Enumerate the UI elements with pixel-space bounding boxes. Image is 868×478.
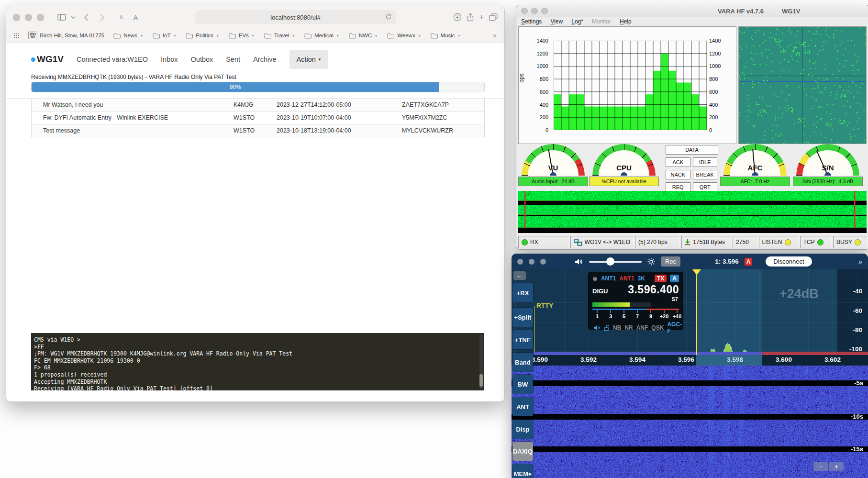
bookmark-folder-weewx[interactable]: Weewx▼ [387,33,421,39]
chevron-down-icon[interactable] [71,16,76,19]
frequency-scale[interactable]: 3.590 3.592 3.594 3.596 3.598 3.600 3.60… [512,355,868,366]
rec-button[interactable]: Rec [661,256,680,267]
sidebar-band-button[interactable]: Band [512,353,533,372]
bookmark-folder-news[interactable]: News▼ [113,33,144,39]
audio-mute-icon[interactable] [593,325,601,331]
qsk-toggle[interactable]: QSK [651,324,664,331]
bookmarks-overflow-button[interactable]: » [493,32,497,39]
sidebar-daxiq-button[interactable]: DAXIQ [512,442,533,461]
nav-sent[interactable]: Sent [226,56,240,63]
disconnect-button[interactable]: Disconnect [766,256,812,267]
sidebar-mem-button[interactable]: MEM▶ [512,464,533,478]
audio-badge[interactable]: A [670,275,679,282]
close-window-button[interactable] [13,14,20,21]
tab-overview-icon[interactable] [489,13,498,21]
speaker-icon[interactable] [575,258,583,265]
new-tab-button[interactable]: + [479,12,484,22]
titlebar-overflow-button[interactable]: » [858,257,862,266]
share-icon[interactable] [467,13,474,22]
menu-log[interactable]: Log* [571,18,583,25]
page-title: WG1V [31,54,64,65]
minimize-window-button[interactable] [529,259,534,265]
bookmark-folder-iot[interactable]: IoT▼ [153,33,177,39]
listen-led-icon [785,239,791,245]
tx-badge[interactable]: TX [655,275,667,282]
tcp-led-icon [817,239,823,245]
nav-archive[interactable]: Archive [253,56,276,63]
anf-toggle[interactable]: ANF [636,324,648,331]
panadapter[interactable]: RTTY +24dB -40 -60 -80 -100 [512,269,868,355]
downloads-icon[interactable] [453,13,462,22]
agc-setting[interactable]: AGC-F [667,321,682,334]
nav-outbox[interactable]: Outbox [191,56,213,63]
db-tick: -80 [853,326,862,333]
tx-antenna-label[interactable]: ANT1 [619,275,634,282]
sidebar-bw-button[interactable]: BW [512,375,533,394]
close-slice-icon[interactable]: ⊗ [592,275,598,282]
rx-led-icon [522,239,528,245]
collapse-sidebar-button[interactable]: ← [513,271,526,280]
unlock-icon[interactable] [604,325,610,331]
bookmark-folder-evs[interactable]: EVs▼ [229,33,255,39]
close-window-button[interactable] [517,259,523,265]
table-row[interactable]: Test message W1STO 2023-10-18T13:19:00-0… [32,124,484,137]
bookmark-weather[interactable]: WeeWX Birch Hill, Stow, MA 01775 [28,32,104,39]
nr-toggle[interactable]: NR [624,324,633,331]
scrollbar-thumb[interactable] [479,374,483,387]
qrt-indicator: QRT [693,182,718,192]
frequent-sites-icon[interactable] [14,33,19,38]
back-button[interactable] [84,14,89,21]
table-row[interactable]: Mr Watson, I need you K4MJG 2023-12-27T1… [32,99,484,111]
zoom-window-button[interactable] [540,259,546,265]
text-larger-button[interactable]: A [133,13,138,22]
zoom-window-button[interactable] [37,14,44,21]
tune-cursor-flag[interactable] [692,269,701,275]
nav-inbox[interactable]: Inbox [161,56,178,63]
zoom-in-button[interactable]: + [829,462,844,471]
close-window-button[interactable] [521,8,528,14]
menu-help[interactable]: Help [620,18,632,25]
bookmark-folder-medical[interactable]: Medical▼ [304,33,340,39]
nb-toggle[interactable]: NB [613,324,621,331]
waterfall[interactable]: -5s -10s -15s - + [512,366,868,478]
text-smaller-button[interactable]: A [120,14,123,20]
bookmark-folder-politics[interactable]: Politics▼ [186,33,219,39]
bookmark-folder-travel[interactable]: Travel▼ [264,33,295,39]
gear-icon[interactable] [647,258,655,266]
terminal-scrollbar[interactable] [479,334,483,389]
sidebar-disp-button[interactable]: Disp [512,420,533,439]
tune-cursor-line[interactable] [696,275,697,366]
sidebar-ant-button[interactable]: ANT [512,397,533,416]
mode-label[interactable]: DIGU [592,288,608,295]
filter-width-label[interactable]: 3K [638,275,645,282]
forward-button[interactable] [100,14,104,21]
sidebar-split-button[interactable]: +Split [512,308,533,327]
bookmark-folder-music[interactable]: Music▼ [431,33,461,39]
frequency-readout[interactable]: 3.596.400 [628,283,679,296]
action-dropdown-button[interactable]: Action▾ [289,50,328,69]
menu-view[interactable]: View [550,18,563,25]
rx-antenna-label[interactable]: ANT1 [601,275,616,282]
sidebar-icon[interactable] [57,14,66,21]
menu-monitor[interactable]: Monitor [592,18,611,25]
bookmark-folder-nwc[interactable]: NWC▼ [349,33,378,39]
slice-flag[interactable]: ⊗ ANT1 ANT1 3K TX A DIGU 3.596.400 S7 1 [588,272,683,330]
sidebar-tnf-button[interactable]: +TNF [512,330,533,349]
busy-led-icon [855,239,861,245]
minimize-window-button[interactable] [25,14,32,21]
volume-slider[interactable] [589,261,642,263]
address-bar[interactable]: localhost:8080/ui# [195,10,396,24]
menu-settings[interactable]: Settings [521,18,542,25]
reload-icon[interactable] [385,13,392,20]
message-date: 2023-12-27T14:12:00-05:00 [265,101,390,108]
nav-connected[interactable]: Connected vara:W1EO [77,56,148,63]
vara-statusbar: RX WG1V <-> W1EO (5) 270 bps 17518 Bytes… [518,236,868,248]
zoom-out-button[interactable]: - [813,462,828,471]
minimize-window-button[interactable] [531,8,538,14]
table-row[interactable]: Fw: DYFI Automatic Entry - Winlink EXERC… [32,111,484,124]
session-log-terminal[interactable]: ▂▂▂ CMS via W1EO > >FF ;PM: WG1V MMXZEDB… [31,333,484,390]
sidebar-rx-button[interactable]: +RX [512,283,533,302]
zoom-window-button[interactable] [541,8,548,14]
gauge-hub [550,172,556,176]
volume-knob[interactable] [606,257,614,266]
